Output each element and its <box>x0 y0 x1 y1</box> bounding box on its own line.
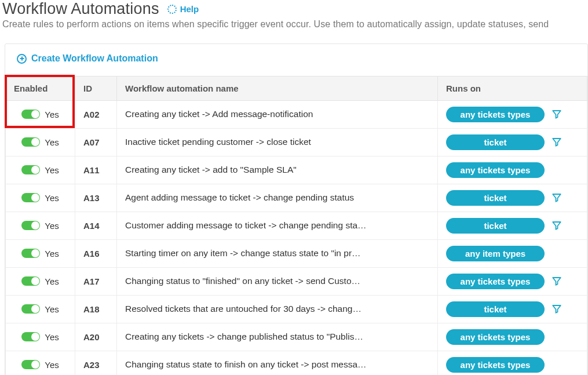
help-link[interactable]: Help <box>167 4 199 14</box>
id-cell: A14 <box>75 212 117 239</box>
runs-on-pill[interactable]: ticket <box>446 218 545 234</box>
help-label: Help <box>180 4 199 14</box>
name-cell[interactable]: Inactive ticket pending customer -> clos… <box>117 128 438 156</box>
id-cell: A17 <box>75 267 117 295</box>
id-cell: A11 <box>75 156 117 184</box>
table-row[interactable]: Yes A02Creating any ticket -> Add messag… <box>6 100 587 128</box>
enabled-label: Yes <box>45 221 59 231</box>
enabled-toggle[interactable] <box>21 137 40 147</box>
table-row[interactable]: Yes A07Inactive ticket pending customer … <box>6 128 587 156</box>
runs-on-pill[interactable]: any tickets types <box>446 107 545 122</box>
runs-on-pill[interactable]: any item types <box>446 246 545 261</box>
enabled-toggle[interactable] <box>21 110 40 119</box>
filter-icon[interactable] <box>550 192 563 203</box>
runs-on-pill[interactable]: ticket <box>446 134 545 150</box>
name-cell[interactable]: Customer adding message to ticket -> cha… <box>117 212 438 239</box>
table-row[interactable]: Yes A17Changing status to "finished" on … <box>6 267 587 295</box>
id-cell: A07 <box>75 128 117 156</box>
enabled-toggle[interactable] <box>21 304 40 314</box>
page-subtitle: Create rules to perform actions on items… <box>2 19 588 30</box>
page-title: Workflow Automations <box>2 0 159 18</box>
name-cell[interactable]: Creating any ticket -> add to "Sample SL… <box>117 156 438 184</box>
enabled-label: Yes <box>45 165 59 175</box>
name-cell[interactable]: Creating any tickets -> change published… <box>117 323 438 351</box>
col-header-name[interactable]: Workflow automation name <box>117 76 438 100</box>
enabled-label: Yes <box>45 137 59 147</box>
enabled-label: Yes <box>45 304 59 314</box>
enabled-toggle[interactable] <box>21 276 40 286</box>
runs-on-pill[interactable]: any tickets types <box>446 162 545 178</box>
create-workflow-button[interactable]: Create Workflow Automation <box>17 53 158 64</box>
runs-on-pill[interactable]: any tickets types <box>446 357 545 373</box>
name-cell[interactable]: Starting timer on any item -> change sta… <box>117 239 438 267</box>
id-cell: A20 <box>75 323 117 351</box>
filter-icon[interactable] <box>550 220 563 231</box>
table-row[interactable]: Yes A11Creating any ticket -> add to "Sa… <box>6 156 587 184</box>
name-cell[interactable]: Changing status state to finish on any t… <box>117 351 438 375</box>
id-cell: A16 <box>75 239 117 267</box>
filter-icon[interactable] <box>550 276 563 286</box>
enabled-label: Yes <box>45 332 59 342</box>
id-cell: A13 <box>75 184 117 212</box>
table-row[interactable]: Yes A18Resolved tickets that are untouch… <box>6 295 587 323</box>
id-cell: A23 <box>75 351 117 375</box>
create-workflow-label: Create Workflow Automation <box>31 53 158 64</box>
enabled-label: Yes <box>45 276 59 286</box>
enabled-toggle[interactable] <box>21 221 40 230</box>
name-cell[interactable]: Resolved tickets that are untouched for … <box>117 295 438 323</box>
id-cell: A18 <box>75 295 117 323</box>
enabled-label: Yes <box>45 360 59 370</box>
enabled-toggle[interactable] <box>21 360 40 369</box>
col-header-id[interactable]: ID <box>75 76 117 100</box>
automations-table: Enabled ID Workflow automation name Runs… <box>5 76 587 376</box>
runs-on-pill[interactable]: any tickets types <box>446 274 545 289</box>
enabled-toggle[interactable] <box>21 249 40 258</box>
enabled-label: Yes <box>45 110 59 119</box>
enabled-toggle[interactable] <box>21 332 40 341</box>
table-row[interactable]: Yes A16Starting timer on any item -> cha… <box>6 239 587 267</box>
enabled-label: Yes <box>45 193 59 203</box>
name-cell[interactable]: Agent adding message to ticket -> change… <box>117 184 438 212</box>
enabled-label: Yes <box>45 249 59 259</box>
name-cell[interactable]: Changing status to "finished" on any tic… <box>117 267 438 295</box>
id-cell: A02 <box>75 100 117 128</box>
runs-on-pill[interactable]: any tickets types <box>446 329 545 345</box>
runs-on-pill[interactable]: ticket <box>446 301 545 317</box>
help-icon <box>167 5 177 14</box>
filter-icon[interactable] <box>550 304 563 314</box>
name-cell[interactable]: Creating any ticket -> Add message-notif… <box>117 100 438 128</box>
filter-icon[interactable] <box>550 109 563 119</box>
table-row[interactable]: Yes A14Customer adding message to ticket… <box>6 212 587 239</box>
table-row[interactable]: Yes A23Changing status state to finish o… <box>6 351 587 375</box>
enabled-toggle[interactable] <box>21 165 40 174</box>
filter-icon[interactable] <box>550 137 563 147</box>
col-header-runs-on[interactable]: Runs on <box>438 76 587 100</box>
enabled-toggle[interactable] <box>21 193 40 202</box>
table-row[interactable]: Yes A13Agent adding message to ticket ->… <box>6 184 587 212</box>
page-header: Workflow Automations Help Create rules t… <box>0 0 588 34</box>
col-header-enabled[interactable]: Enabled <box>6 76 75 100</box>
plus-circle-icon <box>17 54 27 64</box>
runs-on-pill[interactable]: ticket <box>446 190 545 206</box>
automations-panel: Create Workflow Automation Enabled ID Wo… <box>5 43 588 375</box>
table-row[interactable]: Yes A20Creating any tickets -> change pu… <box>6 323 587 351</box>
